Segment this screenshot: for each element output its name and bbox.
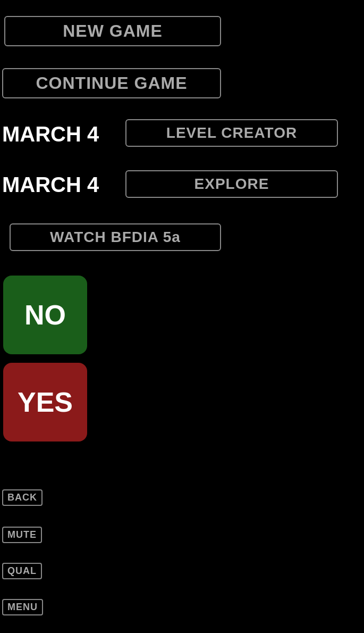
- yes-button[interactable]: YES: [3, 363, 87, 442]
- level-creator-button[interactable]: LEVEL CREATOR: [125, 119, 338, 147]
- mute-button[interactable]: MUTE: [2, 527, 42, 543]
- march4-label-1: MARCH 4: [2, 122, 99, 146]
- menu-button[interactable]: MENU: [2, 599, 43, 615]
- explore-button[interactable]: EXPLORE: [125, 170, 338, 198]
- back-button[interactable]: BACK: [2, 489, 43, 506]
- continue-game-button[interactable]: CONTINUE GAME: [2, 68, 221, 98]
- march4-label-2: MARCH 4: [2, 173, 99, 197]
- no-button[interactable]: NO: [3, 276, 87, 354]
- qual-button[interactable]: QUAL: [2, 563, 42, 579]
- new-game-button[interactable]: NEW GAME: [4, 16, 221, 46]
- watch-bfdia-button[interactable]: WATCH BFDIA 5a: [10, 223, 221, 251]
